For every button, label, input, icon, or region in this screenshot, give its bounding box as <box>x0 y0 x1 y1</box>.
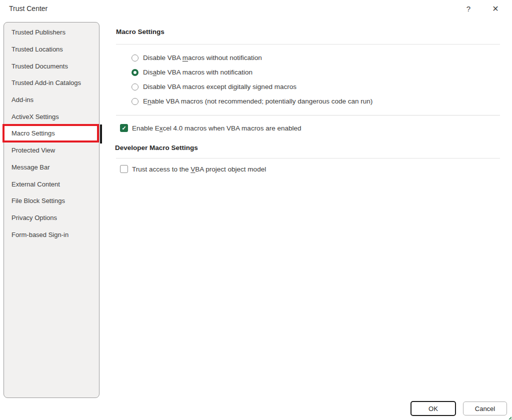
radio-disable-with-notification[interactable]: Disable VBA macros with notification <box>132 65 372 80</box>
sidebar-item-trusted-locations[interactable]: Trusted Locations <box>4 41 99 58</box>
sidebar-item-form-based-sign-in[interactable]: Form-based Sign-in <box>4 226 99 243</box>
window-title: Trust Center <box>9 4 48 12</box>
radio-label: Enable VBA macros (not recommended; pote… <box>143 98 372 105</box>
radio-button[interactable] <box>132 84 138 90</box>
sidebar-item-protected-view[interactable]: Protected View <box>4 142 99 159</box>
help-icon[interactable]: ? <box>460 1 477 16</box>
sidebar-item-file-block-settings[interactable]: File Block Settings <box>4 192 99 210</box>
checkbox-label: Enable Excel 4.0 macros when VBA macros … <box>132 124 301 132</box>
sidebar-item-trusted-publishers[interactable]: Trusted Publishers <box>4 24 99 41</box>
divider <box>116 115 500 116</box>
sidebar-item-external-content[interactable]: External Content <box>4 176 99 192</box>
sidebar-item-add-ins[interactable]: Add-ins <box>4 92 99 108</box>
radio-button[interactable] <box>132 98 138 105</box>
radio-disable-except-signed[interactable]: Disable VBA macros except digitally sign… <box>132 80 372 94</box>
radio-button-selected[interactable] <box>132 69 138 76</box>
resize-grip-icon[interactable] <box>506 414 512 420</box>
sidebar-item-macro-settings[interactable]: Macro Settings <box>4 125 99 142</box>
macro-settings-radio-group: Disable VBA macros without notification … <box>132 50 372 108</box>
radio-button[interactable] <box>132 54 138 62</box>
radio-label: Disable VBA macros with notification <box>143 68 252 76</box>
sidebar-item-activex-settings[interactable]: ActiveX Settings <box>4 108 99 125</box>
divider <box>116 158 500 158</box>
checkbox-label: Trust access to the VBA project object m… <box>132 166 266 173</box>
ok-button[interactable]: OK <box>410 401 456 416</box>
checkbox-checked[interactable]: ✓ <box>120 124 128 132</box>
selection-marker <box>100 124 102 144</box>
close-icon[interactable]: ✕ <box>487 1 504 16</box>
divider <box>116 44 500 44</box>
sidebar-item-message-bar[interactable]: Message Bar <box>4 159 99 176</box>
cancel-button[interactable]: Cancel <box>463 402 507 416</box>
developer-macro-settings-heading: Developer Macro Settings <box>115 144 198 152</box>
checkbox-trust-vba-access[interactable]: Trust access to the VBA project object m… <box>120 164 266 174</box>
radio-label: Disable VBA macros except digitally sign… <box>143 83 296 90</box>
checkbox-unchecked[interactable] <box>120 165 128 173</box>
sidebar-item-trusted-addin-catalogs[interactable]: Trusted Add-in Catalogs <box>4 74 99 92</box>
macro-settings-heading: Macro Settings <box>116 28 164 36</box>
radio-enable-vba-macros[interactable]: Enable VBA macros (not recommended; pote… <box>132 94 372 108</box>
checkbox-enable-excel4-macros[interactable]: ✓ Enable Excel 4.0 macros when VBA macro… <box>120 123 301 133</box>
trust-center-category-list: Trusted Publishers Trusted Locations Tru… <box>4 22 100 398</box>
radio-disable-without-notification[interactable]: Disable VBA macros without notification <box>132 50 372 65</box>
radio-label: Disable VBA macros without notification <box>143 54 262 62</box>
sidebar-item-privacy-options[interactable]: Privacy Options <box>4 210 99 226</box>
sidebar-item-trusted-documents[interactable]: Trusted Documents <box>4 58 99 74</box>
